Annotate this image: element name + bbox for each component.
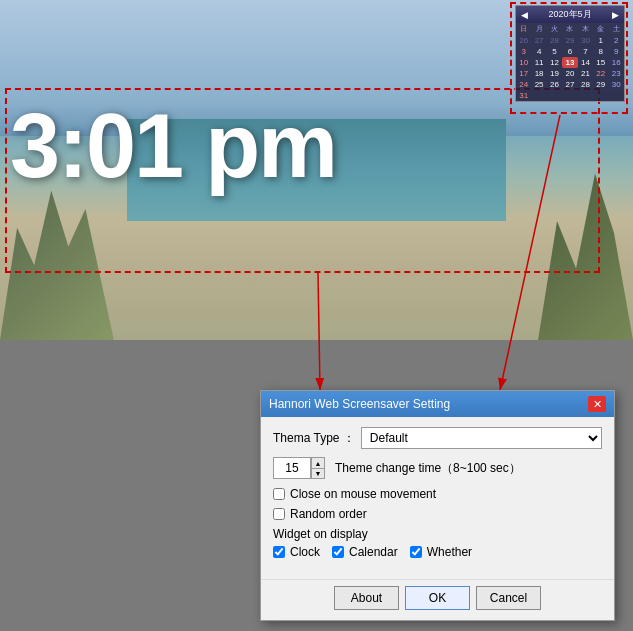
spinner-up-button[interactable]: ▲ xyxy=(311,457,325,468)
spinner-row: ▲ ▼ Theme change time（8~100 sec） xyxy=(273,457,602,479)
table-row[interactable]: 30 xyxy=(609,79,624,90)
calendar-label: Calendar xyxy=(349,545,398,559)
table-row[interactable]: 19 xyxy=(547,68,562,79)
table-row[interactable]: 27 xyxy=(562,79,577,90)
table-row[interactable]: 1 xyxy=(593,35,608,46)
thema-type-label: Thema Type ： xyxy=(273,430,355,447)
table-row[interactable]: 23 xyxy=(609,68,624,79)
table-row[interactable]: 10 xyxy=(516,57,531,68)
dialog-buttons: About OK Cancel xyxy=(261,579,614,620)
table-row xyxy=(593,90,608,101)
calendar-header: ◀ 2020年5月 ▶ xyxy=(516,6,624,23)
random-order-checkbox[interactable] xyxy=(273,508,285,520)
clock-check-row: Clock xyxy=(273,545,320,559)
table-row[interactable]: 30 xyxy=(578,35,593,46)
table-row[interactable]: 26 xyxy=(516,35,531,46)
table-row[interactable]: 21 xyxy=(578,68,593,79)
close-mouse-checkbox[interactable] xyxy=(273,488,285,500)
table-row[interactable]: 16 xyxy=(609,57,624,68)
calendar-month-year: 2020年5月 xyxy=(548,8,591,21)
table-row[interactable]: 24 xyxy=(516,79,531,90)
dialog-body: Thema Type ： Default Nature City Abstrac… xyxy=(261,417,614,579)
calendar-prev-button[interactable]: ◀ xyxy=(519,10,530,20)
random-order-row: Random order xyxy=(273,507,602,521)
table-row[interactable]: 3 xyxy=(516,46,531,57)
calendar-grid: 日 月 火 水 木 金 土 26 27 28 29 30 1 2 3 4 xyxy=(516,23,624,101)
calendar-check-row: Calendar xyxy=(332,545,398,559)
spinner-input[interactable] xyxy=(273,457,311,479)
dialog-titlebar: Hannori Web Screensaver Setting ✕ xyxy=(261,391,614,417)
widget-checks-row: Clock Calendar Whether xyxy=(273,545,602,559)
cancel-button[interactable]: Cancel xyxy=(476,586,541,610)
table-row xyxy=(609,90,624,101)
table-row[interactable]: 27 xyxy=(531,35,546,46)
widget-label: Widget on display xyxy=(273,527,602,541)
settings-dialog: Hannori Web Screensaver Setting ✕ Thema … xyxy=(260,390,615,621)
calendar-next-button[interactable]: ▶ xyxy=(610,10,621,20)
table-row[interactable]: 17 xyxy=(516,68,531,79)
clock-label: Clock xyxy=(290,545,320,559)
table-row xyxy=(531,90,546,101)
table-row[interactable]: 28 xyxy=(578,79,593,90)
table-row[interactable]: 8 xyxy=(593,46,608,57)
table-row[interactable]: 18 xyxy=(531,68,546,79)
day-header-wed: 水 xyxy=(562,23,577,35)
whether-checkbox[interactable] xyxy=(410,546,422,558)
table-row xyxy=(562,90,577,101)
clock-checkbox[interactable] xyxy=(273,546,285,558)
table-row[interactable]: 31 xyxy=(516,90,531,101)
table-row[interactable]: 29 xyxy=(593,79,608,90)
spinner-down-button[interactable]: ▼ xyxy=(311,468,325,479)
table-row[interactable]: 7 xyxy=(578,46,593,57)
whether-label: Whether xyxy=(427,545,472,559)
about-button[interactable]: About xyxy=(334,586,399,610)
table-row-today[interactable]: 13 xyxy=(562,57,577,68)
table-row xyxy=(547,90,562,101)
tree-right xyxy=(538,102,633,340)
day-header-tue: 火 xyxy=(547,23,562,35)
table-row[interactable]: 22 xyxy=(593,68,608,79)
time-display: 3:01 pm xyxy=(10,95,336,198)
table-row[interactable]: 2 xyxy=(609,35,624,46)
table-row[interactable]: 9 xyxy=(609,46,624,57)
spinner-buttons: ▲ ▼ xyxy=(311,457,325,479)
day-header-fri: 金 xyxy=(593,23,608,35)
day-header-sun: 日 xyxy=(516,23,531,35)
close-mouse-row: Close on mouse movement xyxy=(273,487,602,501)
table-row[interactable]: 4 xyxy=(531,46,546,57)
thema-type-select[interactable]: Default Nature City Abstract xyxy=(361,427,602,449)
spinner-label: Theme change time（8~100 sec） xyxy=(335,460,521,477)
day-header-thu: 木 xyxy=(578,23,593,35)
thema-type-row: Thema Type ： Default Nature City Abstrac… xyxy=(273,427,602,449)
table-row[interactable]: 6 xyxy=(562,46,577,57)
calendar-checkbox[interactable] xyxy=(332,546,344,558)
table-row[interactable]: 25 xyxy=(531,79,546,90)
calendar-widget: ◀ 2020年5月 ▶ 日 月 火 水 木 金 土 26 27 28 29 30… xyxy=(515,5,625,102)
dialog-title: Hannori Web Screensaver Setting xyxy=(269,397,450,411)
dialog-close-button[interactable]: ✕ xyxy=(588,396,606,412)
random-order-label: Random order xyxy=(290,507,367,521)
table-row[interactable]: 26 xyxy=(547,79,562,90)
table-row xyxy=(578,90,593,101)
whether-check-row: Whether xyxy=(410,545,472,559)
table-row[interactable]: 28 xyxy=(547,35,562,46)
table-row[interactable]: 14 xyxy=(578,57,593,68)
table-row[interactable]: 29 xyxy=(562,35,577,46)
close-mouse-label: Close on mouse movement xyxy=(290,487,436,501)
day-header-mon: 月 xyxy=(531,23,546,35)
ok-button[interactable]: OK xyxy=(405,586,470,610)
table-row[interactable]: 5 xyxy=(547,46,562,57)
table-row[interactable]: 20 xyxy=(562,68,577,79)
table-row[interactable]: 12 xyxy=(547,57,562,68)
day-header-sat: 土 xyxy=(609,23,624,35)
table-row[interactable]: 15 xyxy=(593,57,608,68)
table-row[interactable]: 11 xyxy=(531,57,546,68)
